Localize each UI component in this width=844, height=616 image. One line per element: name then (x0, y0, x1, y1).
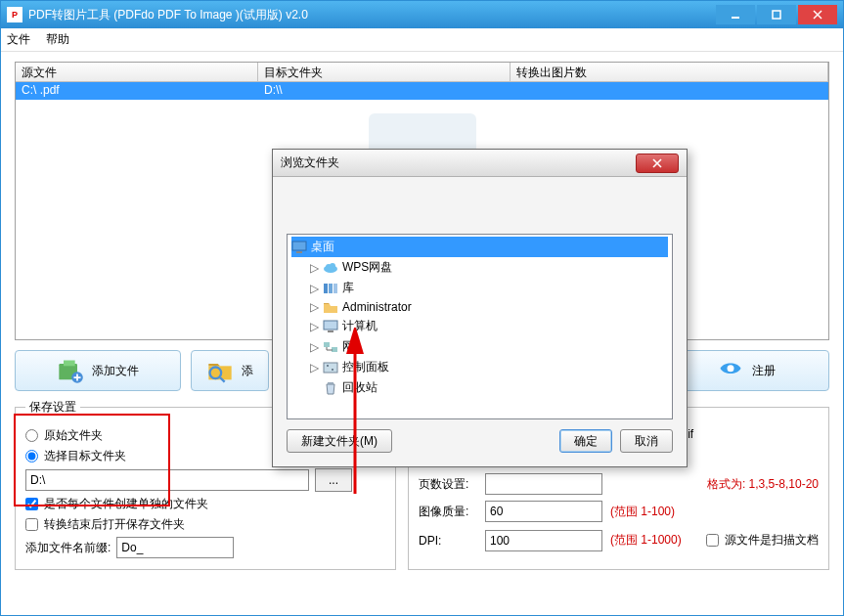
tree-control-panel[interactable]: ▷ 控制面板 (291, 357, 668, 377)
maximize-button[interactable] (757, 5, 796, 24)
svg-point-24 (327, 365, 329, 367)
radio-original-label: 原始文件夹 (44, 427, 103, 444)
pages-hint: 格式为: 1,3,5-8,10-20 (707, 476, 819, 493)
dpi-label: DPI: (419, 534, 477, 548)
menubar: 文件 帮助 (1, 28, 843, 52)
svg-point-25 (332, 369, 333, 371)
chk-create-subfolder[interactable] (25, 498, 38, 510)
expand-icon[interactable]: ▷ (309, 320, 319, 333)
prefix-input[interactable] (116, 537, 234, 558)
svg-rect-21 (324, 342, 330, 347)
desktop-icon (291, 241, 307, 254)
network-icon (323, 340, 338, 354)
cell-pages (511, 82, 828, 100)
cancel-button[interactable]: 取消 (620, 429, 673, 453)
dialog-titlebar: 浏览文件夹 (273, 150, 687, 177)
menu-help[interactable]: 帮助 (46, 31, 69, 48)
browse-folder-dialog: 浏览文件夹 桌面 ▷ WPS网盘 ▷ 库 ▷ Administ (272, 149, 688, 467)
quality-label: 图像质量: (419, 504, 477, 520)
library-icon (323, 282, 338, 295)
window-title: PDF转图片工具 (PDFdo PDF To Image )(试用版) v2.0 (28, 7, 716, 23)
svg-rect-26 (328, 382, 333, 384)
folder-tree[interactable]: 桌面 ▷ WPS网盘 ▷ 库 ▷ Administrator ▷ 计算机 (287, 234, 673, 419)
svg-point-8 (728, 365, 734, 372)
add-folder-button[interactable]: 添 (191, 350, 269, 391)
chk-open-after-label: 转换结束后打开保存文件夹 (44, 516, 185, 533)
target-path-input[interactable] (25, 469, 309, 491)
window-buttons (716, 5, 837, 24)
close-button[interactable] (798, 5, 837, 24)
col-pages[interactable]: 转换出图片数 (511, 63, 828, 81)
cell-source: C:\ .pdf (16, 82, 258, 100)
expand-icon[interactable]: ▷ (309, 300, 319, 314)
chk-create-subfolder-label: 是否每个文件创建单独的文件夹 (44, 496, 208, 512)
chk-source-scan-label: 源文件是扫描文档 (725, 532, 819, 549)
register-button[interactable]: 注册 (663, 350, 829, 391)
tree-administrator[interactable]: ▷ Administrator (291, 298, 668, 316)
folder-icon (323, 300, 338, 314)
svg-rect-1 (773, 11, 780, 19)
svg-rect-20 (328, 330, 333, 332)
svg-rect-11 (292, 242, 306, 250)
tree-computer[interactable]: ▷ 计算机 (291, 316, 668, 336)
ok-button[interactable]: 确定 (559, 429, 612, 453)
svg-rect-5 (64, 361, 75, 367)
dialog-title: 浏览文件夹 (281, 154, 636, 171)
tree-wps[interactable]: ▷ WPS网盘 (291, 257, 668, 278)
expand-icon[interactable]: ▷ (309, 282, 319, 295)
tree-libraries[interactable]: ▷ 库 (291, 278, 668, 298)
chk-open-after[interactable] (25, 518, 38, 531)
radio-original-folder[interactable] (25, 429, 38, 442)
add-file-label: 添加文件 (92, 363, 139, 379)
svg-rect-12 (296, 251, 302, 253)
grid-header: 源文件 目标文件夹 转换出图片数 (16, 63, 828, 82)
browse-button[interactable]: ... (315, 468, 352, 492)
radio-choose-folder[interactable] (25, 450, 38, 462)
quality-input[interactable] (485, 501, 602, 522)
radio-choose-label: 选择目标文件夹 (44, 448, 126, 464)
add-folder-label: 添 (242, 363, 253, 379)
svg-rect-19 (324, 321, 337, 330)
svg-rect-18 (333, 284, 337, 293)
tree-network[interactable]: ▷ 网 (291, 336, 668, 357)
prefix-label: 添加文件名前缀: (25, 540, 111, 556)
svg-rect-17 (329, 284, 333, 293)
titlebar: P PDF转图片工具 (PDFdo PDF To Image )(试用版) v2… (1, 1, 843, 28)
cell-target: D:\\ (258, 82, 511, 100)
computer-icon (323, 320, 338, 333)
app-icon: P (7, 7, 22, 22)
chk-source-scan[interactable] (706, 534, 719, 547)
expand-icon[interactable]: ▷ (309, 261, 319, 275)
menu-file[interactable]: 文件 (7, 31, 30, 48)
col-source[interactable]: 源文件 (16, 63, 258, 81)
svg-point-15 (330, 263, 335, 269)
register-icon (717, 357, 744, 384)
new-folder-button[interactable]: 新建文件夹(M) (287, 429, 392, 453)
minimize-button[interactable] (716, 5, 755, 24)
recycle-icon (323, 381, 338, 395)
add-file-button[interactable]: 添加文件 (15, 350, 181, 391)
expand-icon[interactable]: ▷ (309, 340, 319, 354)
dpi-input[interactable] (485, 530, 602, 551)
pages-label: 页数设置: (419, 476, 477, 493)
save-legend: 保存设置 (25, 399, 80, 416)
control-panel-icon (323, 361, 338, 374)
add-folder-icon (206, 357, 234, 384)
add-file-icon (57, 357, 84, 384)
expand-icon[interactable]: ▷ (309, 361, 319, 374)
register-label: 注册 (752, 363, 776, 379)
cloud-icon (323, 261, 338, 275)
col-target[interactable]: 目标文件夹 (258, 63, 511, 81)
tree-desktop[interactable]: 桌面 (291, 237, 668, 257)
pages-input[interactable] (485, 473, 602, 495)
dialog-close-button[interactable] (636, 154, 679, 173)
dialog-body: 桌面 ▷ WPS网盘 ▷ 库 ▷ Administrator ▷ 计算机 (273, 177, 687, 466)
svg-rect-23 (324, 363, 337, 373)
tree-recycle[interactable]: ▷ 回收站 (291, 377, 668, 398)
table-row[interactable]: C:\ .pdf D:\\ (16, 82, 828, 100)
quality-hint: (范围 1-100) (610, 504, 675, 520)
dpi-hint: (范围 1-1000) (610, 532, 682, 549)
dialog-buttons: 新建文件夹(M) 确定 取消 (287, 429, 673, 453)
svg-rect-16 (324, 284, 328, 293)
